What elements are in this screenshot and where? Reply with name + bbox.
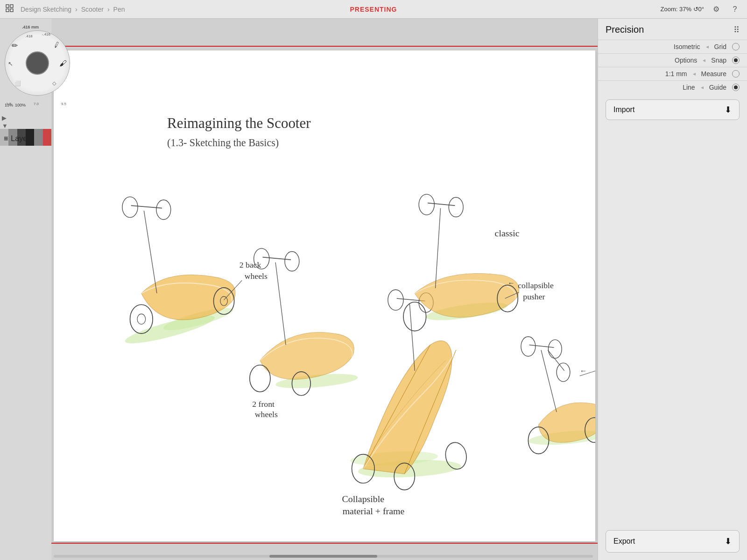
svg-rect-0	[6, 5, 9, 7]
layers-label: Layers	[11, 135, 33, 143]
left-panel: .416 mm .418 -.416 ✏ 🖊 ↖ 🖌 ⬜ ◇	[0, 19, 51, 560]
svg-text:pusher: pusher	[523, 292, 545, 301]
scrollbar-thumb[interactable]	[269, 555, 377, 558]
svg-text:2 front: 2 front	[252, 399, 275, 409]
wheel-circle[interactable]: .418 -.416 ✏ 🖊 ↖ 🖌 ⬜ ◇	[5, 30, 70, 96]
isometric-label: Isometric	[674, 43, 700, 50]
import-icon: ⬇	[725, 105, 732, 115]
svg-point-65	[557, 363, 570, 382]
svg-rect-1	[10, 5, 13, 7]
svg-text:←: ←	[507, 279, 514, 287]
svg-line-28	[275, 262, 286, 345]
svg-text:✏: ✏	[12, 42, 18, 50]
sep-4: ◂	[701, 84, 704, 91]
svg-point-14	[130, 305, 153, 333]
svg-point-31	[285, 251, 299, 271]
svg-rect-3	[10, 9, 13, 12]
measure-label: Measure	[701, 70, 726, 78]
nav-right-arrow[interactable]: ▶	[2, 114, 8, 121]
svg-text:←: ←	[580, 367, 587, 375]
sketch-title2: (1.3- Sketching the Basics)	[167, 137, 279, 149]
grid-label: Grid	[714, 43, 726, 50]
breadcrumb-scooter[interactable]: Scooter	[81, 6, 104, 13]
right-panel: Precision ⠿ Isometric ◂ Grid Options ◂ S…	[598, 19, 747, 560]
svg-line-39	[409, 304, 415, 371]
svg-text:material + frame: material + frame	[343, 506, 405, 516]
export-icon: ⬇	[725, 536, 732, 546]
svg-point-46	[403, 302, 426, 331]
grid-dots-icon[interactable]: ⠿	[733, 25, 740, 35]
app-name[interactable]: Design Sketching	[21, 6, 71, 13]
settings-button[interactable]: ⚙	[710, 3, 723, 16]
scale-val1: 1.5	[6, 102, 11, 106]
red-guide-top	[51, 46, 598, 47]
svg-point-63	[548, 340, 562, 358]
measure-val: 1:1 mm	[665, 70, 687, 78]
svg-line-61	[529, 345, 554, 347]
help-button[interactable]: ?	[728, 3, 741, 16]
svg-rect-2	[6, 9, 9, 12]
line-label: Line	[683, 84, 695, 91]
guide-radio[interactable]	[732, 84, 740, 91]
svg-text:🖊: 🖊	[53, 41, 61, 50]
svg-text:↖: ↖	[8, 60, 13, 67]
precision-title: Precision	[606, 24, 644, 35]
svg-line-29	[262, 257, 291, 260]
svg-text:🖌: 🖌	[59, 59, 67, 67]
svg-line-60	[541, 350, 557, 412]
svg-text:.418: .418	[25, 34, 33, 38]
svg-text:◇: ◇	[52, 80, 56, 86]
grid-radio[interactable]	[732, 43, 740, 50]
svg-text:collapsible: collapsible	[518, 281, 554, 290]
svg-line-48	[436, 208, 441, 288]
svg-text:⬜: ⬜	[14, 80, 21, 86]
breadcrumb-sep2: ›	[107, 6, 110, 13]
svg-text:wheels: wheels	[245, 271, 268, 281]
measure-radio[interactable]	[732, 70, 740, 78]
right-controls: Zoom: 37% ↺0° ⚙ ?	[660, 3, 741, 16]
breadcrumb-sep1: ›	[75, 6, 78, 13]
import-label: Import	[613, 106, 634, 114]
svg-line-19	[131, 206, 162, 208]
nav-arrows: ▶ ▼	[2, 114, 8, 129]
horizontal-scrollbar[interactable]	[54, 555, 593, 558]
zoom-label: Zoom: 37% ↺0°	[660, 6, 704, 13]
svg-point-62	[521, 337, 536, 356]
svg-text:classic: classic	[495, 228, 520, 238]
svg-point-26	[250, 365, 270, 392]
options-snap-row: Options ◂ Snap	[598, 53, 747, 67]
svg-point-51	[449, 197, 463, 217]
svg-point-20	[122, 197, 138, 217]
precision-header: Precision ⠿	[598, 19, 747, 40]
guide-label: Guide	[709, 84, 726, 91]
import-button[interactable]: Import ⬇	[606, 99, 740, 120]
tool-wheel: .416 mm .418 -.416 ✏ 🖊 ↖ 🖌 ⬜ ◇	[2, 21, 70, 114]
layers-icon: ≡	[4, 135, 8, 143]
export-button[interactable]: Export ⬇	[606, 530, 740, 553]
brush-size-label: .416 mm	[22, 25, 39, 29]
breadcrumb-pen[interactable]: Pen	[113, 6, 125, 13]
sketch-title1: Reimagining the Scooter	[167, 115, 311, 131]
snap-radio[interactable]	[732, 57, 740, 64]
sep-1: ◂	[706, 43, 709, 50]
presenting-label: PRESENTING	[350, 6, 397, 13]
svg-line-18	[144, 211, 157, 293]
svg-line-49	[428, 203, 455, 206]
sketch-canvas[interactable]: Reimagining the Scooter (1.3- Sketching …	[54, 50, 595, 541]
svg-text:-.416: -.416	[42, 32, 51, 36]
breadcrumb: Design Sketching › Scooter › Pen	[19, 6, 127, 13]
svg-point-50	[419, 194, 434, 215]
grid-menu-icon[interactable]	[6, 4, 14, 14]
nav-down-arrow[interactable]: ▼	[2, 122, 8, 129]
sep-2: ◂	[703, 57, 705, 64]
line-guide-row: Line ◂ Guide	[598, 80, 747, 94]
layers-button[interactable]: ≡ Layers	[0, 131, 51, 560]
svg-line-64	[548, 350, 564, 371]
scale-val3: 9.5	[61, 102, 66, 106]
top-bar: Design Sketching › Scooter › Pen PRESENT…	[0, 0, 747, 19]
svg-point-15	[137, 314, 146, 324]
snap-label: Snap	[711, 57, 726, 64]
svg-point-30	[254, 248, 269, 269]
svg-text:Collapsible: Collapsible	[342, 494, 385, 504]
measure-row: 1:1 mm ◂ Measure	[598, 67, 747, 80]
